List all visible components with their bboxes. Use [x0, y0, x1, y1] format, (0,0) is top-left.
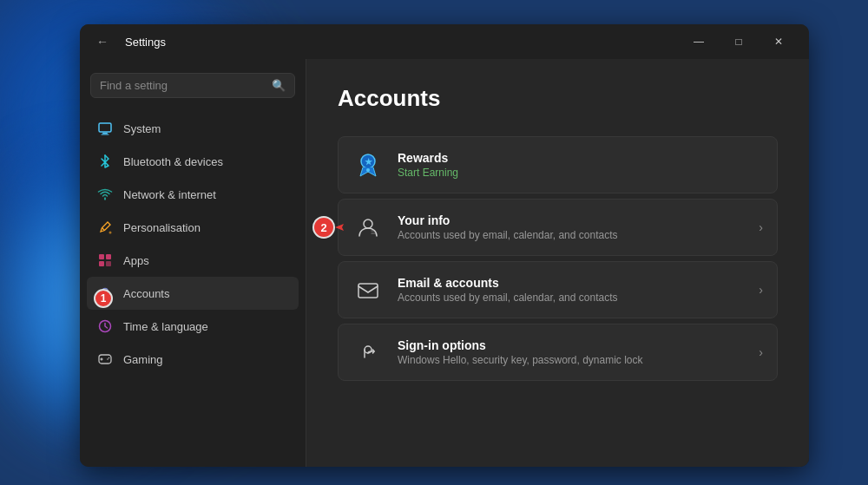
svg-point-18 — [366, 168, 370, 172]
rewards-card-text: Rewards Start Earning — [398, 151, 763, 179]
sidebar-item-bluetooth-label: Bluetooth & devices — [123, 155, 223, 168]
your-info-card-title: Your info — [398, 213, 745, 227]
title-bar-left: ← Settings — [90, 29, 166, 54]
your-info-card-text: Your info Accounts used by email, calend… — [398, 213, 745, 241]
email-accounts-icon — [352, 274, 384, 305]
sidebar-item-personalisation-label: Personalisation — [123, 221, 201, 234]
sidebar-item-accounts[interactable]: Accounts 1 — [87, 277, 299, 310]
sign-in-card-title: Sign-in options — [398, 338, 745, 352]
svg-point-3 — [104, 198, 106, 200]
sidebar-item-personalisation[interactable]: Personalisation — [87, 211, 299, 244]
sign-in-chevron: › — [759, 345, 763, 359]
minimize-button[interactable]: — — [679, 28, 719, 56]
svg-point-14 — [107, 358, 108, 360]
settings-window: ← Settings — □ ✕ 🔍 — [80, 24, 809, 467]
search-box[interactable]: 🔍 — [90, 73, 295, 98]
sidebar-item-accounts-label: Accounts — [123, 287, 169, 300]
gaming-icon — [97, 351, 113, 367]
main-area: 🔍 System — [80, 59, 809, 467]
personalisation-icon — [97, 220, 113, 235]
sidebar-item-system[interactable]: System — [87, 112, 299, 145]
sidebar-item-time[interactable]: Time & language — [87, 310, 299, 343]
annotation-badge-2: 2 — [312, 216, 335, 239]
rewards-card[interactable]: ★ Rewards Start Earning — [338, 136, 778, 193]
close-button[interactable]: ✕ — [759, 28, 799, 56]
svg-rect-21 — [358, 284, 378, 298]
your-info-card-subtitle: Accounts used by email, calendar, and co… — [398, 229, 745, 241]
sidebar-item-time-label: Time & language — [123, 320, 208, 333]
email-accounts-card-subtitle: Accounts used by email, calendar, and co… — [398, 292, 745, 304]
svg-text:★: ★ — [365, 157, 373, 167]
email-accounts-chevron: › — [759, 283, 763, 297]
email-accounts-card[interactable]: Email & accounts Accounts used by email,… — [338, 261, 778, 318]
sidebar-item-gaming-label: Gaming — [123, 353, 163, 366]
sidebar-item-bluetooth[interactable]: Bluetooth & devices — [87, 145, 299, 178]
title-bar: ← Settings — □ ✕ — [80, 24, 809, 59]
window-controls: — □ ✕ — [679, 28, 799, 56]
sidebar-item-apps-label: Apps — [123, 254, 149, 267]
sidebar-item-network-label: Network & internet — [123, 188, 216, 201]
search-input[interactable] — [100, 79, 272, 92]
rewards-card-icon: ★ — [352, 149, 384, 180]
sidebar-item-gaming[interactable]: Gaming — [87, 343, 299, 376]
svg-point-4 — [109, 232, 112, 234]
time-icon — [97, 318, 113, 334]
sign-in-card-subtitle: Windows Hello, security key, password, d… — [398, 354, 745, 366]
sidebar-item-system-label: System — [123, 122, 161, 135]
content-area: Accounts ★ Rewards Start Earning — [306, 59, 809, 467]
page-title: Accounts — [338, 85, 778, 112]
sidebar: 🔍 System — [80, 59, 306, 467]
your-info-icon — [352, 212, 384, 243]
apps-icon — [97, 252, 113, 268]
svg-rect-8 — [106, 261, 111, 266]
your-info-card[interactable]: Your info Accounts used by email, calend… — [338, 199, 778, 256]
sign-in-card-text: Sign-in options Windows Hello, security … — [398, 338, 745, 366]
sign-in-icon — [352, 337, 384, 368]
email-accounts-card-title: Email & accounts — [398, 276, 745, 290]
svg-rect-6 — [106, 254, 111, 259]
svg-marker-20 — [335, 224, 344, 231]
email-accounts-card-text: Email & accounts Accounts used by email,… — [398, 276, 745, 304]
window-title: Settings — [125, 36, 166, 49]
bluetooth-icon — [97, 154, 113, 169]
svg-rect-5 — [99, 254, 104, 259]
svg-rect-2 — [102, 134, 109, 135]
maximize-button[interactable]: □ — [719, 28, 759, 56]
search-icon[interactable]: 🔍 — [272, 79, 286, 92]
svg-rect-1 — [102, 133, 108, 134]
system-icon — [97, 121, 113, 136]
svg-point-19 — [364, 220, 372, 228]
your-info-chevron: › — [759, 220, 763, 234]
rewards-card-title: Rewards — [398, 151, 763, 165]
network-icon — [97, 187, 113, 202]
svg-rect-7 — [99, 261, 104, 266]
sidebar-item-network[interactable]: Network & internet — [87, 178, 299, 211]
annotation-badge-1: 1 — [94, 289, 113, 308]
sidebar-item-apps[interactable]: Apps — [87, 244, 299, 277]
svg-point-15 — [108, 357, 110, 359]
rewards-card-subtitle: Start Earning — [398, 167, 763, 179]
back-button[interactable]: ← — [90, 29, 115, 54]
svg-rect-0 — [99, 123, 111, 132]
annotation-arrow-2 — [335, 221, 347, 233]
sign-in-card[interactable]: Sign-in options Windows Hello, security … — [338, 324, 778, 381]
